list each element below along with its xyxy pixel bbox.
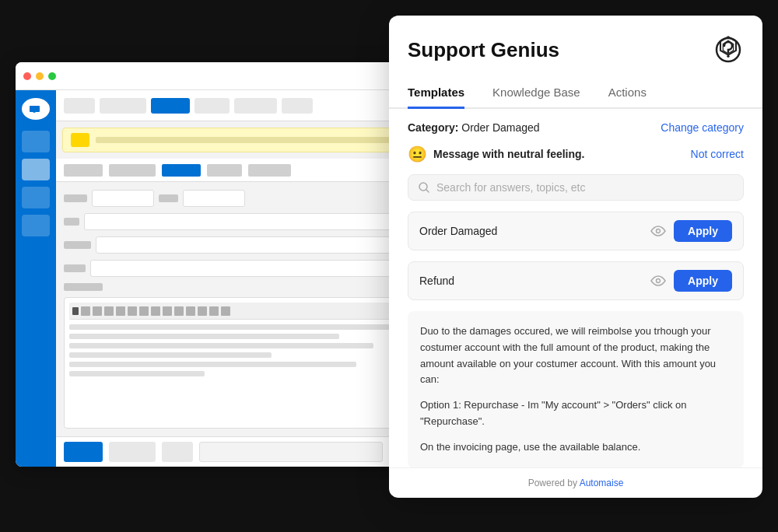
editor-line-4: [69, 352, 272, 358]
editor-line-5: [69, 362, 356, 367]
panel-footer: Powered by Automaise: [389, 467, 762, 498]
crm-tab-1: [64, 164, 103, 177]
crm-form-row-2: [64, 213, 412, 230]
category-text: Category: Order Damaged: [408, 121, 540, 134]
support-genius-panel: Support Genius Templates Knowledge Base …: [389, 16, 762, 498]
apply-button-2[interactable]: Apply: [674, 270, 732, 292]
crm-header-btn-1: [64, 98, 95, 114]
crm-header-btn-5: [282, 98, 313, 114]
eye-icon-2[interactable]: [650, 275, 666, 286]
toolbar-btn-4: [116, 306, 125, 316]
preview-para-2: Option 1: Repurchase - Im "My account" >…: [420, 397, 731, 430]
panel-header: Support Genius: [389, 16, 762, 65]
crm-header-btn-4: [234, 98, 277, 114]
crm-footer-btn-2: [109, 442, 156, 462]
crm-field-4: [96, 236, 400, 254]
sentiment-left: 😐 Message with neutral feeling.: [408, 145, 585, 163]
crm-form-row-1: [64, 190, 412, 207]
crm-sidebar-item-3: [22, 215, 50, 236]
change-category-link[interactable]: Change category: [661, 121, 744, 134]
template-actions-2: Apply: [650, 270, 732, 292]
powered-by-text: Powered by: [528, 478, 577, 488]
crm-tabs: [56, 159, 420, 182]
template-name-1: Order Damaged: [419, 225, 497, 237]
crm-tab-4: [248, 164, 291, 177]
svg-point-4: [657, 229, 661, 233]
crm-tab-3: [207, 164, 242, 177]
editor-line-2: [69, 334, 339, 339]
sf-logo: [22, 98, 50, 120]
crm-label-1: [64, 194, 87, 202]
apply-button-1[interactable]: Apply: [674, 220, 732, 242]
toolbar-btn-12: [209, 306, 219, 316]
crm-body: [16, 90, 420, 467]
crm-header: [56, 90, 420, 121]
crm-sidebar: [16, 90, 56, 467]
crm-sidebar-item-active: [22, 159, 50, 180]
category-row: Category: Order Damaged Change category: [408, 121, 744, 134]
sentiment-emoji: 😐: [408, 145, 427, 163]
crm-label-6: [64, 283, 103, 291]
crm-dot-red: [23, 72, 31, 80]
crm-dot-green: [48, 72, 56, 80]
search-box[interactable]: Search for answers, topics, etc: [408, 174, 744, 201]
support-genius-logo: [713, 34, 744, 65]
crm-label-5: [64, 264, 86, 272]
crm-form-row-3: [64, 236, 412, 254]
toolbar-btn-13: [221, 306, 230, 316]
panel-tabs: Templates Knowledge Base Actions: [389, 78, 762, 109]
crm-form-row-4: [64, 260, 412, 277]
crm-editor-toolbar: [69, 303, 407, 320]
crm-field-5: [90, 260, 400, 277]
crm-main: [56, 90, 420, 467]
toolbar-btn-11: [198, 306, 207, 316]
preview-box: Duo to the damages occured, we will reim…: [408, 311, 744, 467]
editor-line-3: [69, 343, 373, 348]
crm-editor: [64, 297, 412, 429]
toolbar-btn-9: [174, 306, 184, 316]
toolbar-btn-2: [93, 306, 102, 316]
not-correct-link[interactable]: Not correct: [691, 148, 744, 160]
sentiment-text: Message with neutral feeling.: [433, 148, 585, 160]
tab-templates[interactable]: Templates: [408, 78, 464, 109]
note-icon: [71, 133, 89, 147]
toolbar-bold: [72, 307, 79, 315]
preview-para-3: On the invoicing page, use the available…: [420, 439, 731, 456]
note-text: [96, 137, 405, 143]
crm-header-btn-3: [194, 98, 230, 114]
template-name-2: Refund: [419, 275, 454, 287]
crm-footer-bar: [56, 436, 420, 467]
crm-sidebar-item-2: [22, 187, 50, 208]
crm-note-bar: [62, 128, 414, 152]
search-icon: [418, 181, 430, 194]
crm-label-2: [159, 194, 178, 202]
crm-footer-btn-1: [64, 442, 103, 462]
crm-form-row-5: [64, 283, 412, 291]
template-actions-1: Apply: [650, 220, 732, 242]
crm-sidebar-item: [22, 131, 50, 152]
crm-topbar: [16, 62, 420, 90]
template-item-order-damaged: Order Damaged Apply: [408, 212, 744, 250]
crm-label-3: [64, 218, 79, 226]
crm-content: [56, 182, 420, 436]
toolbar-btn-6: [139, 306, 149, 316]
crm-tab-active: [162, 164, 201, 177]
crm-footer-field: [199, 442, 383, 462]
category-value: Order Damaged: [461, 121, 539, 134]
toolbar-btn-1: [81, 306, 90, 316]
toolbar-btn-8: [163, 306, 172, 316]
editor-line-1: [69, 324, 407, 330]
panel-title: Support Genius: [408, 38, 559, 62]
crm-background: [16, 62, 420, 467]
panel-body: Category: Order Damaged Change category …: [389, 109, 762, 467]
eye-icon-1[interactable]: [650, 226, 666, 236]
tab-actions[interactable]: Actions: [608, 78, 647, 109]
tab-knowledge-base[interactable]: Knowledge Base: [492, 78, 580, 109]
template-item-refund: Refund Apply: [408, 261, 744, 300]
svg-point-5: [657, 279, 661, 283]
toolbar-btn-3: [104, 306, 114, 316]
sentiment-row: 😐 Message with neutral feeling. Not corr…: [408, 145, 744, 163]
crm-label-4: [64, 241, 91, 249]
automaise-link[interactable]: Automaise: [580, 478, 624, 488]
preview-para-1: Duo to the damages occured, we will reim…: [420, 324, 731, 388]
